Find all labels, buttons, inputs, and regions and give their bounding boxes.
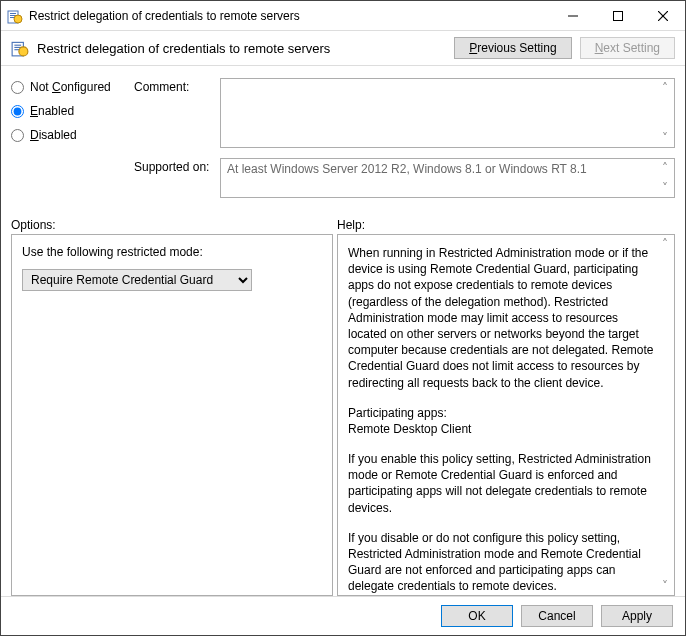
help-p1: When running in Restricted Administratio… — [348, 245, 656, 391]
footer: OK Cancel Apply — [1, 596, 685, 635]
window-title: Restrict delegation of credentials to re… — [29, 9, 550, 23]
svg-rect-10 — [14, 45, 21, 46]
state-radios: Not Configured Enabled Disabled — [11, 78, 126, 208]
radio-enabled-input[interactable] — [11, 105, 24, 118]
help-p2: Participating apps: — [348, 405, 656, 421]
svg-rect-6 — [613, 11, 622, 20]
options-pane: Use the following restricted mode: Requi… — [11, 234, 333, 596]
options-label: Options: — [11, 218, 337, 232]
supported-textbox: At least Windows Server 2012 R2, Windows… — [220, 158, 675, 198]
header-title: Restrict delegation of credentials to re… — [37, 41, 446, 56]
titlebar: Restrict delegation of credentials to re… — [1, 1, 685, 31]
mode-select[interactable]: Require Remote Credential Guard — [22, 269, 252, 291]
panes: Use the following restricted mode: Requi… — [1, 234, 685, 596]
svg-point-13 — [19, 47, 28, 56]
config-row: Not Configured Enabled Disabled Comment:… — [1, 72, 685, 210]
section-labels: Options: Help: — [1, 210, 685, 234]
help-scroll-down-icon[interactable]: ˅ — [657, 578, 673, 594]
svg-point-4 — [14, 15, 22, 23]
comment-scroll-up-icon[interactable]: ˄ — [657, 80, 673, 96]
radio-enabled[interactable]: Enabled — [11, 104, 126, 118]
comment-scroll-down-icon[interactable]: ˅ — [657, 130, 673, 146]
help-p3: Remote Desktop Client — [348, 421, 656, 437]
apply-button[interactable]: Apply — [601, 605, 673, 627]
cancel-button[interactable]: Cancel — [521, 605, 593, 627]
close-button[interactable] — [640, 1, 685, 31]
gpedit-icon — [7, 8, 23, 24]
help-p5: If you disable or do not configure this … — [348, 530, 656, 595]
comment-row: Comment: ˄ ˅ — [134, 78, 675, 148]
help-pane: When running in Restricted Administratio… — [337, 234, 675, 596]
divider — [1, 65, 685, 66]
supported-scroll-down-icon[interactable]: ˅ — [657, 180, 673, 196]
help-p4: If you enable this policy setting, Restr… — [348, 451, 656, 516]
radio-not-configured-input[interactable] — [11, 81, 24, 94]
supported-scroll-up-icon[interactable]: ˄ — [657, 160, 673, 176]
svg-rect-1 — [10, 13, 16, 14]
next-setting-button[interactable]: Next Setting — [580, 37, 675, 59]
policy-icon — [11, 39, 29, 57]
radio-disabled[interactable]: Disabled — [11, 128, 126, 142]
radio-disabled-input[interactable] — [11, 129, 24, 142]
minimize-button[interactable] — [550, 1, 595, 31]
help-label: Help: — [337, 218, 365, 232]
ok-button[interactable]: OK — [441, 605, 513, 627]
comment-textbox[interactable]: ˄ ˅ — [220, 78, 675, 148]
radio-not-configured[interactable]: Not Configured — [11, 80, 126, 94]
supported-row: Supported on: At least Windows Server 20… — [134, 158, 675, 198]
maximize-button[interactable] — [595, 1, 640, 31]
mode-label: Use the following restricted mode: — [22, 245, 322, 259]
comment-label: Comment: — [134, 78, 214, 94]
supported-label: Supported on: — [134, 158, 214, 174]
supported-value: At least Windows Server 2012 R2, Windows… — [227, 162, 587, 176]
header: Restrict delegation of credentials to re… — [1, 31, 685, 65]
previous-setting-button[interactable]: Previous Setting — [454, 37, 571, 59]
mid-column: Comment: ˄ ˅ Supported on: At least Wind… — [134, 78, 675, 208]
help-scroll-up-icon[interactable]: ˄ — [657, 236, 673, 252]
